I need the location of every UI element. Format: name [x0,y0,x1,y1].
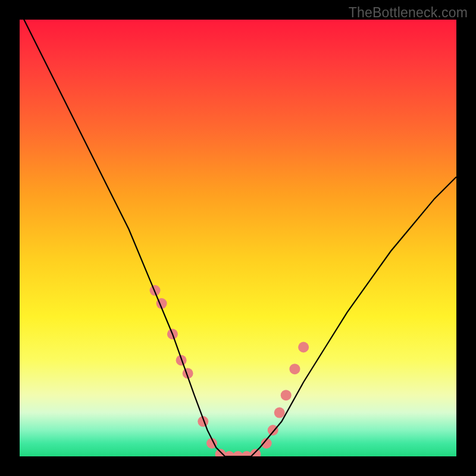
watermark-text: TheBottleneck.com [349,5,468,21]
curve-marker [224,451,234,456]
curve-marker [289,364,300,374]
bottleneck-curve [20,20,456,456]
curve-marker [176,355,187,366]
curve-marker [150,285,161,296]
curve-marker [261,438,272,449]
curve-marker [215,449,226,456]
chart-frame: TheBottleneck.com [0,0,476,476]
curve-marker [274,408,285,418]
curve-layer [20,20,456,456]
markers-group [150,285,309,456]
curve-marker [156,298,167,309]
curve-marker [233,451,243,456]
curve-marker [183,368,193,379]
curve-marker [198,416,208,427]
curve-marker [206,438,217,449]
curve-marker [167,329,178,340]
plot-area [20,20,456,456]
curve-marker [281,390,292,400]
curve-marker [298,342,309,353]
curve-marker [268,425,278,436]
curve-marker [250,449,261,456]
curve-marker [242,451,252,456]
